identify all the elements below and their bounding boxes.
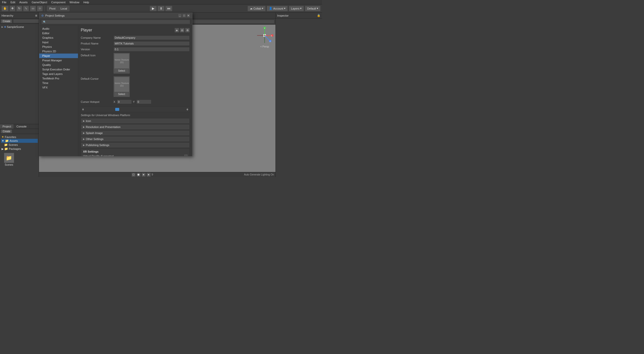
- vr-supported-row: Virtual Reality Supported: [83, 155, 187, 156]
- transform-tool-btn[interactable]: ⊹: [37, 6, 43, 11]
- modal-body: Audio Editor Graphics Input Physics Phys…: [39, 25, 192, 156]
- default-icon-select-btn[interactable]: Select: [114, 69, 129, 73]
- sidebar-item-physics[interactable]: Physics: [39, 45, 78, 49]
- sidebar-item-tags-layers[interactable]: Tags and Layers: [39, 72, 78, 76]
- sidebar-item-audio[interactable]: Audio: [39, 26, 78, 31]
- publishing-section-header[interactable]: ▶ Publishing Settings: [81, 142, 190, 148]
- collab-btn[interactable]: ☁ Collab ▾: [248, 6, 266, 11]
- hierarchy-scene-item[interactable]: ▶ ◈ SampleScene: [1, 25, 38, 29]
- rect-tool-btn[interactable]: ▭: [30, 6, 36, 11]
- company-name-row: Company Name: [81, 35, 190, 40]
- modal-maximize-btn[interactable]: □: [182, 14, 186, 17]
- cursor-hotspot-y-input[interactable]: [136, 100, 151, 104]
- modal-search-bar: [39, 19, 192, 25]
- default-cursor-row: Default Cursor None (Texture 2D) Select: [81, 76, 190, 97]
- step-btn[interactable]: ⏭: [165, 6, 172, 11]
- scenes-item[interactable]: 📁 Scenes: [1, 143, 38, 147]
- scenes-asset-item[interactable]: 📁 Scenes: [2, 153, 16, 166]
- packages-item[interactable]: ▶ 📁 Packages: [1, 147, 38, 151]
- account-btn[interactable]: 👤 Account ▾: [267, 6, 288, 11]
- hierarchy-search-input[interactable]: [13, 19, 39, 23]
- modal-close-btn[interactable]: ✕: [187, 14, 190, 17]
- scene-search-input[interactable]: [187, 20, 275, 24]
- sidebar-item-preset-manager[interactable]: Preset Manager: [39, 58, 78, 63]
- sidebar-item-physics2d[interactable]: Physics 2D: [39, 49, 78, 54]
- vr-supported-checkbox[interactable]: [184, 155, 187, 156]
- player-icon-btn-2[interactable]: ⊟: [180, 28, 184, 32]
- modal-sidebar: Audio Editor Graphics Input Physics Phys…: [39, 25, 78, 156]
- assets-root-item[interactable]: ▼ 📁 Assets: [1, 139, 38, 143]
- publishing-section-arrow: ▶: [83, 144, 85, 146]
- hierarchy-create-btn[interactable]: Create: [1, 19, 12, 23]
- menu-assets[interactable]: Assets: [18, 1, 29, 4]
- sidebar-item-graphics[interactable]: Graphics: [39, 35, 78, 40]
- x-label: X: [113, 100, 115, 103]
- other-section-header[interactable]: ▶ Other Settings: [81, 136, 190, 142]
- sidebar-item-input[interactable]: Input: [39, 40, 78, 45]
- lighting-icon-btn[interactable]: ⬡: [132, 173, 136, 177]
- persp-label: < Persp: [256, 45, 273, 48]
- menu-component[interactable]: Component: [50, 1, 66, 4]
- slider-left-icon[interactable]: ♦: [81, 107, 85, 112]
- hand-tool-btn[interactable]: ✋: [2, 6, 9, 11]
- splash-section-header[interactable]: ▶ Splash Image: [81, 130, 190, 136]
- tab-console[interactable]: Console: [14, 124, 29, 129]
- version-input[interactable]: [113, 47, 190, 52]
- menu-window[interactable]: Window: [68, 1, 80, 4]
- play-btn[interactable]: ▶: [150, 6, 157, 11]
- menu-gameobject[interactable]: GameObject: [31, 1, 48, 4]
- modal-titlebar: ⚙ Project Settings _ □ ✕: [39, 13, 192, 19]
- modal-minimize-btn[interactable]: _: [178, 14, 182, 17]
- tab-project[interactable]: Project: [0, 124, 14, 129]
- scene-bottom-bar: ⬡ ⬢ ★ ★ 9 Auto Generate Lighting On: [39, 172, 275, 177]
- sidebar-item-player[interactable]: Player: [39, 54, 78, 58]
- project-create-btn[interactable]: Create: [1, 129, 12, 133]
- inspector-lock-icon[interactable]: 🔒: [317, 14, 320, 17]
- inspector-title-label: Inspector: [277, 14, 289, 17]
- company-name-input[interactable]: [113, 35, 190, 40]
- modal-search-input[interactable]: [41, 20, 190, 24]
- sidebar-item-vfx[interactable]: VFX: [39, 85, 78, 90]
- move-tool-btn[interactable]: ✥: [10, 6, 15, 11]
- bake-btn[interactable]: ⬢: [137, 173, 141, 177]
- menu-file[interactable]: File: [1, 1, 8, 4]
- eye-btn[interactable]: ★: [147, 173, 151, 177]
- sidebar-item-script-exec[interactable]: Script Execution Order: [39, 67, 78, 72]
- company-name-label: Company Name: [81, 36, 113, 39]
- xr-title-label: XR Settings: [83, 150, 187, 153]
- default-layout-btn[interactable]: Default ▾: [305, 6, 320, 11]
- menu-edit[interactable]: Edit: [10, 1, 16, 4]
- product-name-input[interactable]: [113, 41, 190, 46]
- status-right: ⬡ ⬢ ★ ★ 9: [132, 173, 153, 177]
- cursor-hotspot-row: Cursor Hotspot X Y: [81, 100, 190, 104]
- pivot-btn[interactable]: Pivot: [47, 6, 58, 11]
- stats-btn[interactable]: ★: [142, 173, 146, 177]
- left-panel: Hierarchy ≡ Create ⊞ ▶ ◈ SampleScene Pro…: [0, 13, 39, 177]
- icon-section-header[interactable]: ▶ Icon: [81, 118, 190, 124]
- modal-controls: _ □ ✕: [178, 14, 190, 17]
- player-icon-btn-3[interactable]: ⚙: [185, 28, 190, 32]
- platform-slider-thumb: [115, 108, 119, 111]
- default-cursor-select-btn[interactable]: Select: [114, 92, 129, 96]
- slider-right-icon[interactable]: ♦: [185, 107, 189, 112]
- scenes-folder-icon: 📁: [4, 143, 8, 147]
- sidebar-item-textmesh[interactable]: TextMesh Pro: [39, 76, 78, 81]
- pause-btn[interactable]: ⏸: [157, 6, 165, 11]
- packages-folder-icon: 📁: [4, 147, 8, 151]
- menu-help[interactable]: Help: [82, 1, 90, 4]
- player-icon-btn-1[interactable]: ◈: [175, 28, 179, 32]
- version-row: Version: [81, 47, 190, 52]
- sidebar-item-editor[interactable]: Editor: [39, 31, 78, 35]
- player-header: Player ◈ ⊟ ⚙: [81, 28, 190, 32]
- layers-btn[interactable]: Layers ▾: [289, 6, 304, 11]
- sidebar-item-time[interactable]: Time: [39, 81, 78, 85]
- rotate-tool-btn[interactable]: ↻: [16, 6, 22, 11]
- scale-tool-btn[interactable]: ⤡: [23, 6, 29, 11]
- hierarchy-menu-icon[interactable]: ≡: [35, 14, 37, 18]
- local-btn[interactable]: Local: [58, 6, 69, 11]
- favorites-item[interactable]: ★ Favorites: [1, 135, 38, 139]
- cursor-hotspot-label: Cursor Hotspot: [81, 100, 113, 103]
- resolution-section-header[interactable]: ▶ Resolution and Presentation: [81, 124, 190, 130]
- cursor-hotspot-x-input[interactable]: [117, 100, 132, 104]
- sidebar-item-quality[interactable]: Quality: [39, 63, 78, 67]
